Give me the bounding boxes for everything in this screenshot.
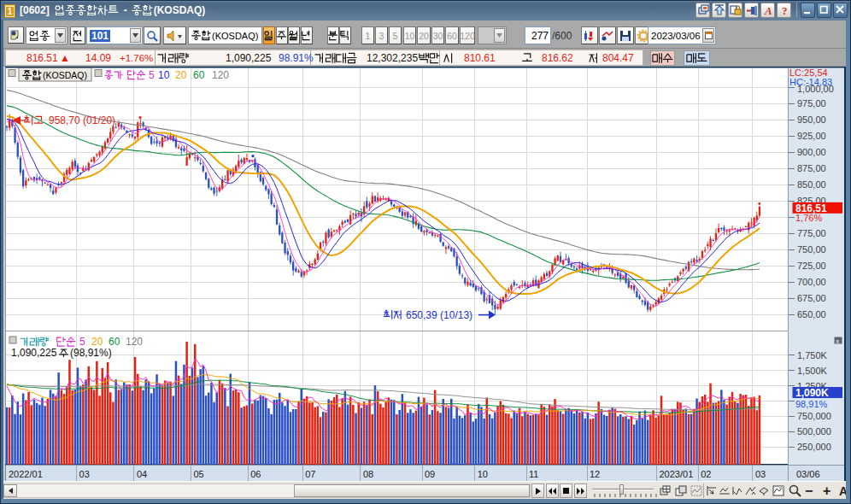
svg-text:700,00: 700,00: [797, 277, 826, 287]
svg-text:(KOSDAQ): (KOSDAQ): [43, 70, 87, 80]
svg-text:875,00: 875,00: [797, 163, 826, 173]
svg-text:03: 03: [79, 469, 90, 479]
svg-text:1,500K: 1,500K: [797, 366, 828, 376]
svg-text:650,00: 650,00: [797, 309, 826, 319]
svg-text:750,00: 750,00: [797, 244, 826, 255]
svg-text:HC:-14,83: HC:-14,83: [789, 77, 832, 87]
svg-text:03: 03: [755, 469, 766, 479]
svg-text:1,750K: 1,750K: [797, 350, 828, 360]
svg-text:850,00: 850,00: [797, 179, 826, 190]
svg-text:06: 06: [250, 469, 261, 479]
svg-text:04: 04: [137, 469, 147, 479]
svg-text:10: 10: [478, 469, 488, 479]
svg-text:05: 05: [193, 469, 203, 479]
svg-text:650,39 (10/13): 650,39 (10/13): [406, 309, 472, 321]
svg-text:500,000: 500,000: [797, 426, 831, 437]
svg-text:675,00: 675,00: [797, 293, 826, 303]
svg-text:900,00: 900,00: [797, 147, 826, 157]
svg-text:07: 07: [305, 469, 315, 479]
svg-text:1,76%: 1,76%: [795, 213, 822, 223]
svg-text:09: 09: [425, 469, 435, 479]
svg-text:10: 10: [158, 69, 170, 81]
svg-text:11: 11: [529, 469, 538, 479]
svg-text:120: 120: [212, 69, 229, 81]
svg-text:1,090K: 1,090K: [795, 387, 829, 399]
svg-text:250,000: 250,000: [797, 442, 831, 452]
svg-text:2022/01: 2022/01: [9, 469, 43, 479]
svg-text:725,00: 725,00: [797, 261, 826, 271]
svg-text:98,91%: 98,91%: [795, 399, 828, 409]
svg-text:975,00: 975,00: [797, 98, 826, 108]
svg-text:750,000: 750,000: [797, 411, 831, 421]
svg-text:12: 12: [590, 469, 600, 479]
svg-text:120: 120: [126, 336, 143, 348]
svg-text:03/06: 03/06: [796, 469, 820, 479]
svg-text:775,00: 775,00: [797, 228, 826, 238]
svg-text:5: 5: [149, 69, 155, 81]
svg-text:x: x: [836, 337, 839, 345]
svg-text:925,00: 925,00: [797, 131, 826, 141]
svg-text:60: 60: [193, 69, 205, 81]
svg-text:950,00: 950,00: [797, 114, 826, 125]
svg-text:02: 02: [701, 469, 711, 479]
svg-text:958,70 (01/20): 958,70 (01/20): [49, 114, 115, 126]
svg-text:?: ?: [782, 4, 788, 17]
svg-text:1,090,225: 1,090,225: [11, 347, 57, 359]
svg-text:(98,91%): (98,91%): [70, 347, 112, 359]
svg-text:08: 08: [363, 469, 373, 479]
svg-text:A: A: [764, 4, 772, 17]
svg-text:20: 20: [175, 69, 187, 81]
svg-text:2023/01: 2023/01: [660, 469, 694, 479]
